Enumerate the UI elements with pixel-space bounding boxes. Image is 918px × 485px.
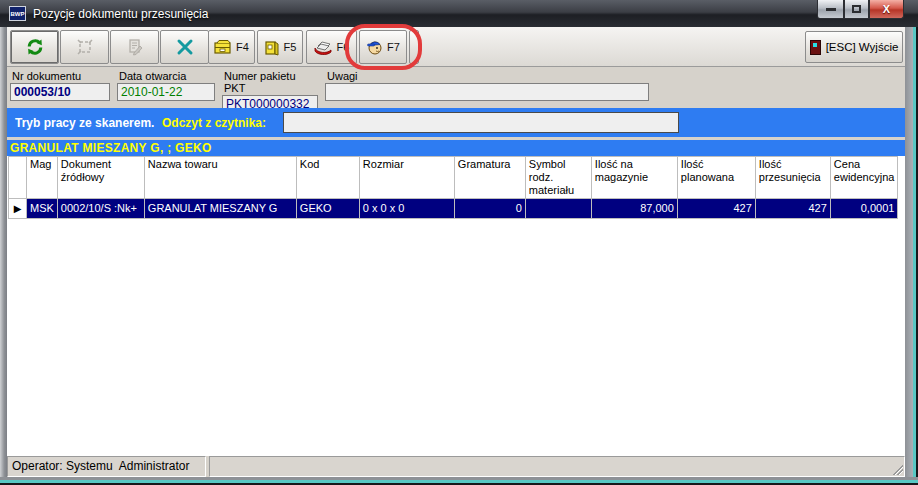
col-gramatura[interactable]: Gramatura — [454, 157, 525, 199]
f6-button[interactable]: F6 — [306, 30, 357, 64]
document-form: Nr dokumentu 000053/10 Data otwarcia 201… — [7, 68, 905, 108]
new-item-icon — [76, 38, 94, 56]
cell-nazwa[interactable]: GRANULAT MIESZANY G — [144, 199, 296, 219]
col-ilosc-planowana[interactable]: Ilość planowana — [677, 157, 755, 199]
minimize-icon — [826, 8, 836, 11]
uwagi-field[interactable] — [325, 83, 649, 101]
col-ilosc-przesuniecia[interactable]: Ilość przesunięcia — [755, 157, 830, 199]
f6-label: F6 — [337, 41, 350, 53]
cell-ilosc-magazyn[interactable]: 87,000 — [591, 199, 677, 219]
exit-button[interactable]: [ESC] Wyjście — [805, 31, 903, 63]
cell-ilosc-przesuniecia[interactable]: 427 — [755, 199, 830, 219]
toolbar: F4 F5 — [7, 27, 905, 67]
app-window: BWP Pozycje dokumentu przesunięcia X — [0, 0, 918, 485]
f7-button[interactable]: F7 — [359, 30, 407, 64]
status-bar: Operator: Systemu Administrator F3 - Ust… — [7, 456, 905, 477]
close-button[interactable]: X — [869, 0, 904, 19]
edit-document-icon — [126, 38, 144, 56]
grid-group-header: GRANULAT MIESZANY G, ; GEKO — [7, 140, 905, 156]
exit-door-icon — [810, 40, 821, 55]
scanner-input[interactable] — [283, 112, 679, 133]
cell-gramatura[interactable]: 0 — [454, 199, 525, 219]
cell-kod[interactable]: GEKO — [296, 199, 359, 219]
delete-button[interactable] — [160, 30, 209, 64]
grid-header-row: Mag Dokument źródłowy Nazwa towaru Kod R… — [9, 157, 898, 199]
window-border-right — [905, 27, 918, 477]
card-file-icon — [214, 39, 232, 55]
f5-label: F5 — [284, 41, 297, 53]
f5-button[interactable]: F5 — [257, 30, 303, 64]
numer-pakietu-label: Numer pakietu PKT — [222, 70, 318, 94]
minimize-button[interactable] — [817, 0, 844, 19]
col-ilosc-magazyn[interactable]: Ilość na magazynie — [591, 157, 677, 199]
exit-label: [ESC] Wyjście — [826, 41, 899, 53]
nr-dokumentu-label: Nr dokumentu — [10, 70, 110, 82]
titlebar: BWP Pozycje dokumentu przesunięcia X — [0, 0, 918, 27]
toolbar-separator — [409, 30, 419, 64]
col-cena[interactable]: Cena ewidencyjna — [830, 157, 898, 199]
col-rozmiar[interactable]: Rozmiar — [359, 157, 454, 199]
f7-label: F7 — [387, 41, 400, 53]
uwagi-label: Uwagi — [325, 70, 649, 82]
window-title: Pozycje dokumentu przesunięcia — [33, 7, 208, 21]
cell-cena[interactable]: 0,0001 — [830, 199, 898, 219]
resize-grip[interactable] — [890, 462, 903, 475]
person-cap-icon — [366, 39, 383, 56]
cell-ilosc-planowana[interactable]: 427 — [677, 199, 755, 219]
col-nazwa[interactable]: Nazwa towaru — [144, 157, 296, 199]
selector-column-header — [9, 157, 27, 199]
cell-mag[interactable]: MSK — [27, 199, 58, 219]
cell-rozmiar[interactable]: 0 x 0 x 0 — [359, 199, 454, 219]
tray-papers-icon — [314, 40, 333, 55]
window-border-bottom — [0, 477, 918, 485]
col-dokument[interactable]: Dokument źródłowy — [57, 157, 144, 199]
maximize-button[interactable] — [844, 0, 869, 19]
col-mag[interactable]: Mag — [27, 157, 58, 199]
scanner-mode-label: Tryb pracy ze skanerem. — [15, 116, 154, 130]
data-otwarcia-field: 2010-01-22 — [117, 83, 215, 101]
table-row[interactable]: ▶ MSK 0002/10/S :Nk+ GRANULAT MIESZANY G… — [9, 199, 898, 219]
maximize-icon — [852, 5, 861, 13]
delete-x-icon — [176, 38, 194, 56]
window-content: F4 F5 — [7, 27, 905, 477]
hints-status: F3 - Ustaw pole czytnika; Shift+Ctrl+N -… — [209, 456, 905, 477]
operator-status: Operator: Systemu Administrator — [7, 456, 206, 477]
close-icon: X — [883, 3, 890, 15]
scanner-bar: Tryb pracy ze skanerem. Odczyt z czytnik… — [7, 108, 905, 137]
grid-area: Mag Dokument źródłowy Nazwa towaru Kod R… — [7, 156, 905, 456]
package-icon — [264, 39, 280, 56]
col-kod[interactable]: Kod — [296, 157, 359, 199]
window-controls: X — [817, 0, 904, 19]
refresh-button[interactable] — [10, 30, 59, 64]
data-otwarcia-label: Data otwarcia — [117, 70, 215, 82]
items-grid: Mag Dokument źródłowy Nazwa towaru Kod R… — [8, 156, 898, 219]
col-symbol[interactable]: Symbol rodz. materiału — [525, 157, 591, 199]
edit-button-disabled — [110, 30, 159, 64]
cell-symbol[interactable] — [525, 199, 591, 219]
f4-label: F4 — [236, 41, 249, 53]
row-selector-icon: ▶ — [9, 199, 27, 219]
refresh-icon — [25, 37, 45, 57]
nr-dokumentu-field: 000053/10 — [10, 83, 110, 101]
cell-dokument[interactable]: 0002/10/S :Nk+ — [57, 199, 144, 219]
app-icon: BWP — [9, 6, 26, 21]
f4-button[interactable]: F4 — [208, 30, 255, 64]
scanner-read-label: Odczyt z czytnika: — [162, 116, 266, 130]
window-border-left — [0, 27, 7, 477]
new-button-disabled — [60, 30, 109, 64]
